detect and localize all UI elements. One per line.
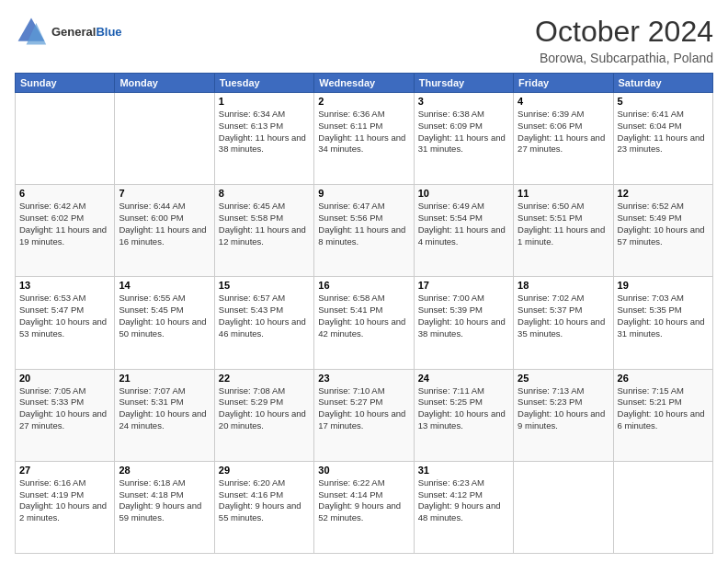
day-info: Sunrise: 6:58 AM Sunset: 5:41 PM Dayligh… xyxy=(318,293,409,339)
day-info: Sunrise: 6:50 AM Sunset: 5:51 PM Dayligh… xyxy=(518,201,609,247)
day-number: 19 xyxy=(618,280,709,291)
day-number: 15 xyxy=(219,280,310,291)
sunrise-text: Sunrise: 6:39 AM xyxy=(518,109,584,119)
sunset-text: Sunset: 5:45 PM xyxy=(119,304,183,315)
page: GeneralBlue October 2024 Borowa, Subcarp… xyxy=(0,0,728,563)
day-number: 18 xyxy=(518,280,609,291)
sunrise-text: Sunrise: 7:07 AM xyxy=(119,385,185,396)
table-row: 2 Sunrise: 6:36 AM Sunset: 6:11 PM Dayli… xyxy=(314,93,414,185)
day-info: Sunrise: 7:11 AM Sunset: 5:25 PM Dayligh… xyxy=(418,385,509,432)
day-number: 8 xyxy=(219,188,310,199)
day-number: 26 xyxy=(618,373,709,384)
daylight-text: Daylight: 10 hours and 31 minutes. xyxy=(618,316,705,339)
calendar-week-5: 27 Sunrise: 6:16 AM Sunset: 4:19 PM Dayl… xyxy=(16,461,713,553)
daylight-text: Daylight: 10 hours and 38 minutes. xyxy=(418,316,506,339)
table-row xyxy=(16,93,115,185)
sunrise-text: Sunrise: 7:13 AM xyxy=(518,385,584,396)
day-info: Sunrise: 6:20 AM Sunset: 4:16 PM Dayligh… xyxy=(219,477,310,524)
daylight-text: Daylight: 11 hours and 19 minutes. xyxy=(19,224,107,247)
sunset-text: Sunset: 5:31 PM xyxy=(119,396,183,407)
sunset-text: Sunset: 5:23 PM xyxy=(518,396,582,407)
table-row: 5 Sunrise: 6:41 AM Sunset: 6:04 PM Dayli… xyxy=(613,93,712,185)
day-number: 4 xyxy=(518,96,609,107)
sunrise-text: Sunrise: 6:55 AM xyxy=(119,293,185,303)
table-row: 18 Sunrise: 7:02 AM Sunset: 5:37 PM Dayl… xyxy=(514,277,613,369)
calendar-week-3: 13 Sunrise: 6:53 AM Sunset: 5:47 PM Dayl… xyxy=(16,277,713,369)
table-row xyxy=(514,461,613,553)
sunset-text: Sunset: 5:25 PM xyxy=(418,396,483,407)
sunrise-text: Sunrise: 6:58 AM xyxy=(318,293,384,303)
daylight-text: Daylight: 11 hours and 31 minutes. xyxy=(418,132,506,155)
day-info: Sunrise: 6:22 AM Sunset: 4:14 PM Dayligh… xyxy=(318,477,409,524)
daylight-text: Daylight: 11 hours and 12 minutes. xyxy=(219,224,306,247)
day-info: Sunrise: 7:03 AM Sunset: 5:35 PM Dayligh… xyxy=(618,293,709,339)
daylight-text: Daylight: 10 hours and 42 minutes. xyxy=(318,316,405,339)
daylight-text: Daylight: 10 hours and 27 minutes. xyxy=(19,408,107,431)
table-row: 3 Sunrise: 6:38 AM Sunset: 6:09 PM Dayli… xyxy=(414,93,513,185)
daylight-text: Daylight: 10 hours and 2 minutes. xyxy=(19,500,107,523)
daylight-text: Daylight: 9 hours and 52 minutes. xyxy=(318,500,401,523)
sunrise-text: Sunrise: 6:44 AM xyxy=(119,201,185,211)
daylight-text: Daylight: 11 hours and 38 minutes. xyxy=(219,132,306,155)
day-info: Sunrise: 6:42 AM Sunset: 6:02 PM Dayligh… xyxy=(19,201,110,247)
sunset-text: Sunset: 5:47 PM xyxy=(19,304,84,315)
day-number: 6 xyxy=(19,188,110,199)
sunset-text: Sunset: 4:12 PM xyxy=(418,489,483,500)
table-row: 14 Sunrise: 6:55 AM Sunset: 5:45 PM Dayl… xyxy=(115,277,214,369)
col-thursday: Thursday xyxy=(414,74,513,93)
day-number: 20 xyxy=(19,373,110,384)
table-row: 16 Sunrise: 6:58 AM Sunset: 5:41 PM Dayl… xyxy=(314,277,414,369)
table-row: 22 Sunrise: 7:08 AM Sunset: 5:29 PM Dayl… xyxy=(214,369,313,461)
table-row: 27 Sunrise: 6:16 AM Sunset: 4:19 PM Dayl… xyxy=(16,461,115,553)
table-row: 12 Sunrise: 6:52 AM Sunset: 5:49 PM Dayl… xyxy=(613,185,712,277)
day-number: 17 xyxy=(418,280,509,291)
sunrise-text: Sunrise: 6:38 AM xyxy=(418,109,484,119)
sunset-text: Sunset: 5:41 PM xyxy=(318,304,382,315)
table-row: 9 Sunrise: 6:47 AM Sunset: 5:56 PM Dayli… xyxy=(314,185,414,277)
sunrise-text: Sunrise: 7:03 AM xyxy=(618,293,684,303)
day-number: 5 xyxy=(618,96,709,107)
day-number: 10 xyxy=(418,188,509,199)
table-row: 6 Sunrise: 6:42 AM Sunset: 6:02 PM Dayli… xyxy=(16,185,115,277)
day-info: Sunrise: 7:00 AM Sunset: 5:39 PM Dayligh… xyxy=(418,293,509,339)
day-info: Sunrise: 7:08 AM Sunset: 5:29 PM Dayligh… xyxy=(219,385,310,432)
table-row: 19 Sunrise: 7:03 AM Sunset: 5:35 PM Dayl… xyxy=(613,277,712,369)
day-number: 22 xyxy=(219,373,310,384)
daylight-text: Daylight: 9 hours and 59 minutes. xyxy=(119,500,201,523)
day-number: 31 xyxy=(418,465,509,476)
sunrise-text: Sunrise: 6:20 AM xyxy=(219,477,285,488)
sunset-text: Sunset: 4:16 PM xyxy=(219,489,283,500)
sunset-text: Sunset: 5:33 PM xyxy=(19,396,84,407)
day-info: Sunrise: 6:57 AM Sunset: 5:43 PM Dayligh… xyxy=(219,293,310,339)
col-saturday: Saturday xyxy=(613,74,712,93)
sunset-text: Sunset: 5:27 PM xyxy=(318,396,382,407)
day-info: Sunrise: 6:44 AM Sunset: 6:00 PM Dayligh… xyxy=(119,201,210,247)
sunrise-text: Sunrise: 6:16 AM xyxy=(19,477,85,488)
calendar-table: Sunday Monday Tuesday Wednesday Thursday… xyxy=(15,73,713,554)
day-info: Sunrise: 6:53 AM Sunset: 5:47 PM Dayligh… xyxy=(19,293,110,339)
calendar-week-4: 20 Sunrise: 7:05 AM Sunset: 5:33 PM Dayl… xyxy=(16,369,713,461)
table-row xyxy=(613,461,712,553)
sunset-text: Sunset: 5:29 PM xyxy=(219,396,283,407)
sunrise-text: Sunrise: 7:15 AM xyxy=(618,385,684,396)
day-info: Sunrise: 6:47 AM Sunset: 5:56 PM Dayligh… xyxy=(318,201,409,247)
sunrise-text: Sunrise: 6:53 AM xyxy=(19,293,85,303)
daylight-text: Daylight: 11 hours and 34 minutes. xyxy=(318,132,405,155)
day-info: Sunrise: 6:34 AM Sunset: 6:13 PM Dayligh… xyxy=(219,109,310,155)
calendar-week-2: 6 Sunrise: 6:42 AM Sunset: 6:02 PM Dayli… xyxy=(16,185,713,277)
sunrise-text: Sunrise: 7:02 AM xyxy=(518,293,584,303)
sunrise-text: Sunrise: 7:00 AM xyxy=(418,293,484,303)
table-row xyxy=(115,93,214,185)
day-number: 7 xyxy=(119,188,210,199)
col-sunday: Sunday xyxy=(16,74,115,93)
sunset-text: Sunset: 6:06 PM xyxy=(518,121,582,131)
day-info: Sunrise: 7:13 AM Sunset: 5:23 PM Dayligh… xyxy=(518,385,609,432)
daylight-text: Daylight: 11 hours and 23 minutes. xyxy=(618,132,705,155)
table-row: 20 Sunrise: 7:05 AM Sunset: 5:33 PM Dayl… xyxy=(16,369,115,461)
day-info: Sunrise: 6:23 AM Sunset: 4:12 PM Dayligh… xyxy=(418,477,509,524)
sunrise-text: Sunrise: 6:34 AM xyxy=(219,109,285,119)
table-row: 7 Sunrise: 6:44 AM Sunset: 6:00 PM Dayli… xyxy=(115,185,214,277)
daylight-text: Daylight: 10 hours and 6 minutes. xyxy=(618,408,705,431)
sunrise-text: Sunrise: 6:45 AM xyxy=(219,201,285,211)
title-block: October 2024 Borowa, Subcarpathia, Polan… xyxy=(535,15,713,65)
